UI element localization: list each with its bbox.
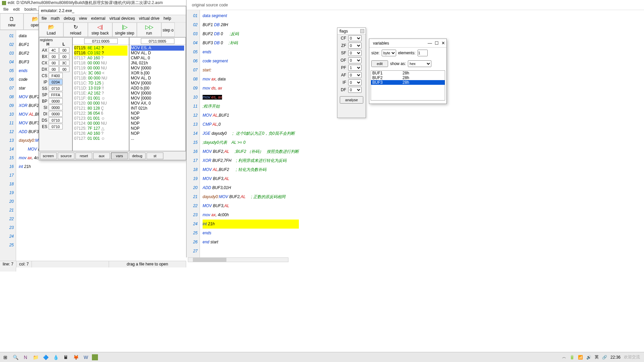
- emu-menu-debug[interactable]: debug: [64, 16, 75, 21]
- load-button[interactable]: 📂Load: [39, 22, 63, 37]
- flag-IF[interactable]: 0: [348, 79, 362, 85]
- start-icon[interactable]: ⊞: [1, 353, 9, 361]
- run-button[interactable]: ▷▷run: [137, 22, 161, 37]
- new-button[interactable]: 🗋new: [0, 13, 23, 30]
- mem-addr-input[interactable]: [84, 38, 118, 44]
- source-button[interactable]: source: [58, 153, 74, 159]
- search-icon[interactable]: 🔍: [11, 353, 19, 361]
- emu-menu-virtual-devices[interactable]: virtual devices: [109, 16, 135, 21]
- reg-AX-l[interactable]: [59, 47, 69, 53]
- emulator-menubar: filemathdebugviewexternalvirtual devices…: [39, 15, 186, 22]
- var-row-BUF1[interactable]: BUF128h: [371, 71, 445, 75]
- flag-PF[interactable]: 1: [348, 65, 362, 71]
- reg-IP[interactable]: [49, 79, 63, 85]
- showas-select[interactable]: hex: [408, 60, 431, 67]
- taskbar: ⊞ 🔍 N 📁 🔷 💧 🖩 🦊 W ︿ 🔋 📶 🔊 英 🔗 22:36 欢迎交流: [0, 352, 644, 362]
- reg-BX-h[interactable]: [49, 54, 59, 59]
- screen-button[interactable]: screen: [40, 153, 57, 159]
- reg-DI[interactable]: [49, 111, 63, 117]
- reset-button[interactable]: reset: [75, 153, 92, 159]
- flag-DF[interactable]: 0: [348, 87, 362, 93]
- emu-task-icon[interactable]: [92, 354, 98, 360]
- flag-OF[interactable]: 0: [348, 57, 362, 63]
- variables-titlebar[interactable]: variables — ☐ ✕: [369, 39, 446, 48]
- menu-file[interactable]: file: [3, 7, 8, 12]
- st-button[interactable]: st: [147, 153, 163, 159]
- right-gutter: 0102030405060708091011121314151617181920…: [186, 10, 200, 257]
- reg-SI[interactable]: [49, 105, 63, 110]
- analyse-button[interactable]: analyse: [340, 96, 363, 104]
- var-row-BUF2[interactable]: BUF228h: [371, 75, 445, 80]
- app1-icon[interactable]: 🔷: [42, 353, 50, 361]
- reg-DX-h[interactable]: [49, 66, 59, 72]
- singlestep-button[interactable]: |▷single step: [112, 22, 137, 37]
- debug-button[interactable]: debug: [129, 153, 146, 159]
- reg-AX-h[interactable]: [49, 47, 59, 53]
- emulator-window: emulator: 2.2.exe_ filemathdebugviewexte…: [39, 6, 186, 160]
- stepback-button[interactable]: ◁|step back: [88, 22, 112, 37]
- wifi-icon[interactable]: 📶: [578, 355, 583, 360]
- reg-SS[interactable]: [49, 85, 63, 91]
- emu-menu-virtual-drive[interactable]: virtual drive: [139, 16, 159, 21]
- disasm-panel: MOV ES, AMOV AL, DCMP AL, 0JNL 021hMOV […: [129, 37, 186, 151]
- close-icon[interactable]: ✕: [441, 41, 445, 46]
- aux-button[interactable]: aux: [93, 153, 110, 159]
- flag-ZF[interactable]: 0: [348, 43, 362, 49]
- battery-icon[interactable]: 🔋: [570, 355, 575, 360]
- app2-icon[interactable]: 💧: [52, 353, 60, 361]
- minimize-icon[interactable]: —: [428, 41, 432, 46]
- emu-menu-help[interactable]: help: [164, 16, 171, 21]
- emu-menu-file[interactable]: file: [42, 16, 47, 21]
- size-select[interactable]: byte: [382, 50, 396, 56]
- elements-input[interactable]: [418, 50, 428, 56]
- maximize-icon[interactable]: ☐: [435, 41, 439, 46]
- tray-time[interactable]: 22:36: [610, 355, 621, 360]
- edit-button[interactable]: edit: [371, 60, 388, 67]
- reg-CS[interactable]: [49, 73, 63, 78]
- reg-ES[interactable]: [49, 124, 63, 129]
- emu-menu-math[interactable]: math: [51, 16, 60, 21]
- reg-BX-l[interactable]: [59, 54, 69, 59]
- horizontal-scrollbar[interactable]: [188, 257, 288, 262]
- tray-chevron-icon[interactable]: ︿: [562, 354, 566, 360]
- emulator-titlebar[interactable]: emulator: 2.2.exe_: [39, 6, 186, 15]
- link-icon[interactable]: 🔗: [602, 355, 607, 360]
- flags-window: flags CF0ZF0SF0OF0PF1AF0IF0DF0 analyse: [337, 27, 366, 118]
- reg-DX-l[interactable]: [59, 66, 69, 72]
- reg-CX-h[interactable]: [49, 60, 59, 66]
- flag-AF[interactable]: 0: [348, 72, 362, 78]
- flags-control-icon[interactable]: [360, 29, 364, 33]
- tray-extra: 欢迎交流: [624, 354, 640, 360]
- word-icon[interactable]: W: [82, 353, 90, 361]
- right-code[interactable]: data segmentBUF1 DB 28HBUF2 DB 0 ;反码BUF3…: [200, 10, 302, 257]
- disasm-addr-input[interactable]: [141, 38, 174, 44]
- emu-menu-view[interactable]: view: [79, 16, 87, 21]
- reg-DS[interactable]: [49, 117, 63, 123]
- scrollbar-thumb[interactable]: [193, 258, 226, 262]
- menu-bookm...[interactable]: bookm...: [24, 7, 40, 12]
- reload-icon: ↻: [73, 24, 78, 30]
- menu-edit[interactable]: edit: [13, 7, 19, 12]
- stepback-icon: ◁|: [97, 24, 103, 30]
- emu-menu-external[interactable]: external: [91, 16, 105, 21]
- reg-SP[interactable]: [49, 92, 63, 98]
- vars-button[interactable]: vars: [111, 153, 128, 159]
- onenote-icon[interactable]: N: [21, 353, 30, 361]
- app-icon: [2, 1, 6, 5]
- variables-list[interactable]: BUF128hBUF228hBUF328h: [371, 70, 445, 101]
- flag-SF[interactable]: 0: [348, 50, 362, 56]
- volume-icon[interactable]: 🔊: [586, 355, 591, 360]
- explorer-icon[interactable]: 📁: [32, 353, 40, 361]
- stepover-button[interactable]: step o: [161, 22, 175, 37]
- calc-icon[interactable]: 🖩: [62, 353, 70, 361]
- left-gutter: 0102030405060708091011121314151617181920…: [0, 30, 16, 272]
- reg-CX-l[interactable]: [59, 60, 69, 66]
- var-row-BUF3[interactable]: BUF328h: [371, 80, 445, 85]
- flags-titlebar[interactable]: flags: [337, 28, 366, 35]
- ime-icon[interactable]: 英: [595, 354, 599, 360]
- reg-BP[interactable]: [49, 98, 63, 104]
- firefox-icon[interactable]: 🦊: [72, 353, 80, 361]
- flag-CF[interactable]: 0: [348, 35, 362, 41]
- open-icon: 📂: [32, 16, 39, 22]
- reload-button[interactable]: ↻reload: [63, 22, 88, 37]
